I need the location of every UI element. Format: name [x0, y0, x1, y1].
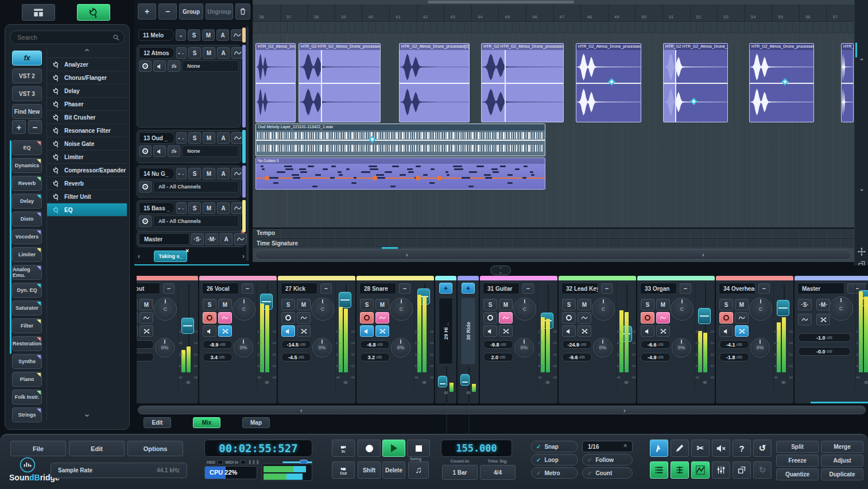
expand-track-button[interactable]: •→	[176, 132, 187, 144]
track-record-button[interactable]	[139, 215, 152, 227]
ruler-bar-46[interactable]: 46	[526, 5, 553, 21]
track-m-button[interactable]: M	[203, 47, 215, 59]
move-tool-icon[interactable]	[857, 247, 866, 256]
gain-value[interactable]: -4.9dB	[641, 353, 671, 361]
scroll-left-icon[interactable]: ‹	[300, 407, 303, 414]
track-m-button[interactable]: M	[202, 29, 215, 41]
punch-in-button[interactable]: In	[332, 440, 355, 457]
track-a-button[interactable]: A	[216, 29, 229, 41]
help-tool[interactable]: ?	[733, 440, 751, 457]
audio-clip-atmos[interactable]: HTR_G2_Atmos_Drone_processed[2]_221114-1…	[399, 43, 470, 122]
ruler-bar-57[interactable]: 57	[826, 5, 854, 21]
expand-track-button[interactable]: •→	[176, 168, 187, 179]
channel-crossfade-button[interactable]	[578, 325, 591, 337]
gain-value[interactable]: 3.2dB	[360, 353, 390, 361]
search-input[interactable]	[10, 30, 125, 44]
track-row-12-atmos[interactable]: 12 Atmos•→SMA♯♭None	[137, 45, 241, 128]
fader-column[interactable]: 16162424323240404848	[178, 284, 197, 390]
channel-solo-button[interactable]: ·S·	[798, 299, 812, 310]
tab-scroll-left[interactable]: ‹	[134, 252, 144, 260]
track-routing-select[interactable]: None	[182, 60, 239, 72]
channel-curve-button[interactable]	[798, 314, 812, 325]
fader-column[interactable]	[436, 367, 455, 400]
remove-button[interactable]: −	[28, 120, 42, 134]
ruler-bar-47[interactable]: 47	[553, 5, 581, 21]
channel-monitor-button[interactable]	[719, 325, 733, 337]
punch-out-button[interactable]: Out	[332, 461, 355, 479]
channel-curve-button[interactable]	[656, 312, 670, 324]
channel-mute-button[interactable]: M	[499, 299, 513, 310]
track-routing-select[interactable]: All - All Channels	[153, 215, 239, 227]
ruler-bar-51[interactable]: 51	[662, 5, 690, 21]
scroll-right-icon[interactable]: ›	[623, 407, 626, 414]
automation-point[interactable]	[416, 176, 420, 180]
gain-value[interactable]: -4.1dB	[719, 340, 749, 349]
event-list-tool[interactable]	[671, 461, 689, 479]
pan-knob[interactable]: C	[311, 298, 334, 321]
mixer-channel-27-kick[interactable]: 27 Kick−SM-14.5dB-4.5dBC0%16162424323240…	[278, 276, 355, 403]
track-monitor-button[interactable]	[153, 145, 166, 157]
track-name[interactable]: 12 Atmos	[139, 47, 175, 59]
channel-solo-button[interactable]: S	[137, 299, 138, 310]
channel-curve-button[interactable]	[735, 312, 749, 324]
track-s-button[interactable]: S	[188, 202, 201, 214]
record-button[interactable]	[358, 440, 381, 457]
add-button[interactable]: +	[12, 120, 26, 134]
ruler-bar-42[interactable]: 42	[417, 5, 444, 21]
channel-solo-button[interactable]: S	[562, 299, 576, 310]
track-notation-button[interactable]: ♯♭	[168, 145, 180, 157]
channel-solo-button[interactable]: S	[641, 299, 654, 310]
fader-handle[interactable]	[339, 292, 351, 308]
mute-tool[interactable]	[712, 440, 730, 457]
scroll-right-icon[interactable]: ›	[702, 251, 704, 258]
channel-name[interactable]: 31 Guitar	[483, 283, 520, 294]
width-knob[interactable]: 0%	[593, 338, 613, 357]
channel-curve-button[interactable]	[578, 312, 591, 324]
master-mute-button[interactable]: ·M·	[206, 233, 218, 245]
track-m-button[interactable]: M	[203, 168, 215, 179]
channel-solo-button[interactable]: S	[719, 299, 733, 310]
track-scrollbar[interactable]	[246, 26, 249, 261]
remove-track-button[interactable]: −	[158, 3, 177, 20]
mixer-channel-32-lead-keys[interactable]: 32 Lead Keys−SM-24.9dB-9.6dBC0%161624243…	[559, 276, 636, 403]
close-tab-icon[interactable]: ×	[185, 248, 189, 254]
channel-record-button[interactable]	[641, 312, 654, 324]
action-merge[interactable]: Merge	[821, 441, 863, 453]
output-level-slider[interactable]	[282, 461, 312, 463]
ruler-bar-53[interactable]: 53	[717, 5, 745, 21]
ruler-bar-40[interactable]: 40	[362, 5, 389, 21]
action-adjust[interactable]: Adjust	[821, 455, 863, 467]
delete-track-button[interactable]	[235, 3, 250, 20]
channel-crossfade-button[interactable]	[297, 325, 311, 337]
swing-button[interactable]: ♫	[408, 461, 429, 479]
plugin-item-bit-crusher[interactable]: Bit Crusher	[47, 111, 127, 124]
fader-column[interactable]: 16162424323240404848	[616, 284, 636, 390]
plugin-item-compressor-expander[interactable]: Compressor/Expander	[47, 164, 127, 177]
browser-tab-fx[interactable]: fx	[12, 51, 42, 66]
ruler-bar-43[interactable]: 43	[444, 5, 471, 21]
category-saturator[interactable]: Saturator	[12, 301, 42, 315]
plugin-item-phaser[interactable]: Phaser	[47, 98, 127, 111]
tempo-lane[interactable]: Tempo	[253, 228, 854, 237]
gain-value[interactable]: -24.9dB	[562, 340, 592, 349]
tempo-display[interactable]: 155.000	[441, 440, 512, 457]
mixer-channel-33-organ[interactable]: 33 Organ−SM-6.6dB-4.9dBC0%16162424323240…	[637, 276, 715, 403]
pencil-tool[interactable]	[671, 440, 689, 457]
add-track-button[interactable]: +	[138, 3, 156, 20]
menu-file[interactable]: File	[10, 441, 66, 456]
channel-name[interactable]: 26 Vocal	[202, 283, 239, 294]
plugin-item-noise-gate[interactable]: Noise Gate	[47, 137, 127, 151]
plugin-item-delay[interactable]: Delay	[47, 84, 127, 98]
width-knob[interactable]: 0%	[750, 338, 770, 357]
audio-clip-atmos[interactable]: HTR_G2 HTR_G2_Atmos_Drone_processed[2]_2…	[299, 43, 381, 122]
category-disto[interactable]: Disto	[12, 211, 42, 226]
shift-button[interactable]: Shift	[358, 461, 381, 479]
group-button[interactable]: Group	[179, 3, 203, 20]
pan-knob[interactable]: C	[749, 298, 772, 321]
fader-column[interactable]	[459, 367, 478, 400]
browser-tab-vst-3[interactable]: VST 3	[12, 86, 42, 101]
channel-monitor-button[interactable]	[641, 325, 654, 337]
track-a-button[interactable]: A	[217, 132, 230, 144]
browser-tab-vst-2[interactable]: VST 2	[12, 68, 42, 83]
toggle-follow[interactable]: ✓Follow	[582, 454, 633, 465]
